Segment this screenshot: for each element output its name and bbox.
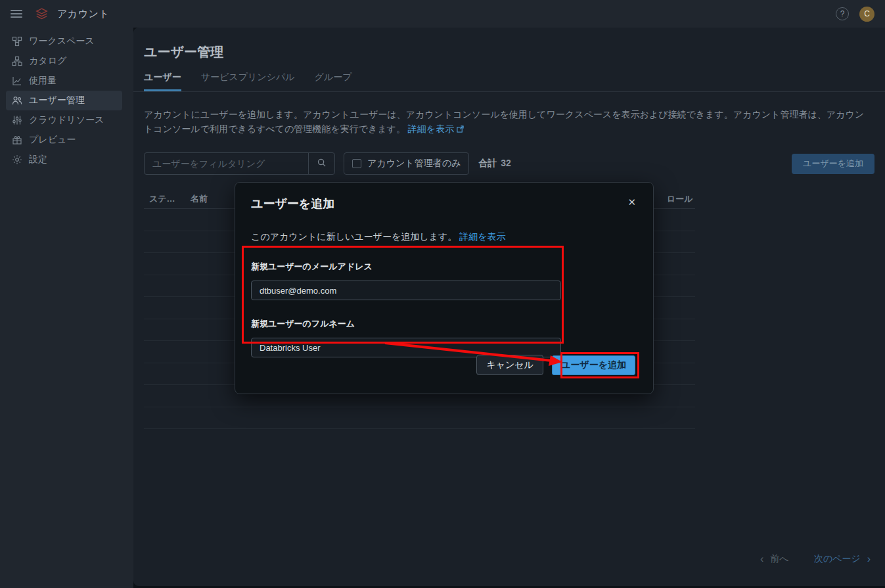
modal-description: このアカウントに新しいユーザーを追加します。 詳細を表示 [251, 231, 637, 243]
learn-more-link[interactable]: 詳細を表示 [408, 124, 464, 134]
total-count: 合計32 [478, 158, 511, 170]
add-user-submit-button[interactable]: ユーザーを追加 [552, 355, 635, 375]
sidebar-item-label: ユーザー管理 [29, 95, 85, 106]
filter-users-input[interactable] [145, 153, 308, 174]
databricks-logo-icon [35, 8, 48, 20]
column-header-role[interactable]: ロール [667, 193, 693, 205]
sidebar-item-catalog[interactable]: カタログ [6, 51, 122, 71]
help-icon[interactable]: ? [836, 7, 849, 20]
next-page-button[interactable]: 次のページ › [814, 553, 871, 565]
sidebar-item-workspaces[interactable]: ワークスペース [6, 32, 122, 51]
sidebar-item-label: 設定 [29, 154, 47, 166]
sidebar-item-user-management[interactable]: ユーザー管理 [6, 91, 122, 110]
tab-service-principals[interactable]: サービスプリンシパル [201, 72, 295, 91]
sidebar-item-label: ワークスペース [29, 35, 95, 47]
add-user-button-top[interactable]: ユーザーを追加 [792, 154, 874, 174]
sidebar-item-previews[interactable]: プレビュー [6, 130, 122, 150]
sidebar: ワークスペース カタログ 使用量 ユーザー管理 [0, 28, 133, 588]
column-header-name[interactable]: 名前 [191, 193, 208, 205]
chevron-left-icon: ‹ [760, 553, 763, 565]
app-title: アカウント [57, 8, 109, 20]
sidebar-item-usage[interactable]: 使用量 [6, 71, 122, 91]
admin-only-label: アカウント管理者のみ [367, 158, 461, 170]
workspaces-icon [11, 36, 22, 47]
cancel-button[interactable]: キャンセル [476, 355, 543, 375]
sidebar-item-label: クラウドリソース [29, 114, 104, 126]
admin-only-checkbox[interactable] [352, 159, 361, 168]
table-row[interactable] [144, 407, 695, 430]
email-field-label: 新規ユーザーのメールアドレス [251, 261, 637, 273]
tab-bar: ユーザー サービスプリンシパル グループ [133, 61, 885, 92]
admin-only-filter[interactable]: アカウント管理者のみ [344, 152, 469, 175]
catalog-icon [11, 56, 22, 67]
prev-page-button[interactable]: ‹ 前へ [760, 553, 789, 565]
users-icon [11, 95, 22, 106]
email-field[interactable] [251, 281, 561, 300]
close-icon[interactable]: ✕ [626, 196, 637, 208]
controls-row: アカウント管理者のみ 合計32 ユーザーを追加 [144, 152, 874, 175]
sidebar-item-cloud-resources[interactable]: クラウドリソース [6, 110, 122, 130]
topbar: アカウント ? C [0, 0, 885, 28]
avatar[interactable]: C [859, 7, 874, 22]
sidebar-item-label: 使用量 [29, 75, 57, 87]
menu-icon[interactable] [11, 10, 22, 18]
gear-icon [11, 154, 22, 166]
tab-users[interactable]: ユーザー [144, 72, 181, 91]
add-user-modal: ユーザーを追加 ✕ このアカウントに新しいユーザーを追加します。 詳細を表示 新… [235, 182, 654, 394]
tab-groups[interactable]: グループ [315, 72, 352, 91]
filter-group [144, 152, 335, 175]
chevron-right-icon: › [867, 553, 871, 565]
sidebar-item-label: カタログ [29, 55, 66, 67]
page-title: ユーザー管理 [133, 28, 885, 61]
modal-title: ユーザーを追加 [251, 196, 334, 212]
sidebar-item-label: プレビュー [29, 134, 76, 146]
modal-learn-more-link[interactable]: 詳細を表示 [459, 231, 505, 242]
sidebar-item-settings[interactable]: 設定 [6, 150, 122, 170]
column-header-status[interactable]: ステ… [149, 193, 175, 205]
sliders-icon [11, 115, 22, 126]
pagination: ‹ 前へ 次のページ › [760, 553, 871, 565]
gift-icon [11, 135, 22, 146]
usage-chart-icon [11, 76, 22, 87]
external-link-icon [457, 123, 464, 137]
search-button[interactable] [308, 153, 334, 174]
search-icon [317, 158, 327, 170]
page-description: アカウントにユーザーを追加します。アカウントユーザーは、アカウントコンソールを使… [133, 92, 876, 137]
fullname-field-label: 新規ユーザーのフルネーム [251, 318, 637, 330]
